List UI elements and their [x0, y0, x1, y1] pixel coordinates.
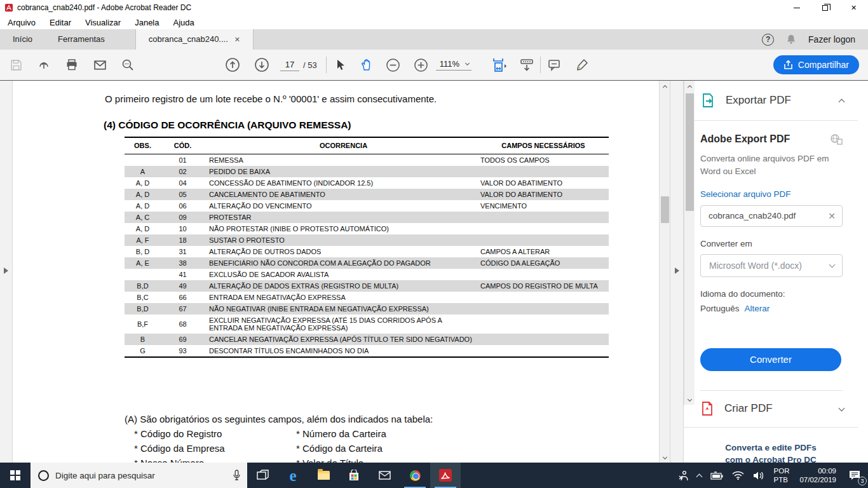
action-center-button[interactable]: 3	[841, 463, 868, 488]
footnote-item: * Número da Carteira	[296, 428, 386, 440]
mail-icon	[379, 470, 391, 480]
table-row: A, D06ALTERAÇÃO DO VENCIMENTOVENCIMENTO	[125, 200, 609, 212]
clock[interactable]: 00:09 07/02/2019	[794, 466, 841, 484]
zoom-in-button[interactable]	[412, 54, 431, 76]
table-row: A, F18SUSTAR O PROTESTO	[125, 234, 609, 246]
menu-ajuda[interactable]: Ajuda	[173, 18, 194, 27]
scroll-down-icon[interactable]	[684, 395, 695, 405]
search-button[interactable]	[118, 54, 137, 76]
volume-icon[interactable]	[749, 463, 769, 488]
document-scrollbar[interactable]	[659, 81, 670, 463]
scrolling-mode-icon	[519, 57, 534, 72]
edge-button[interactable]: e	[278, 463, 308, 488]
mail-button[interactable]	[369, 463, 400, 488]
page-number-input[interactable]	[280, 58, 299, 71]
format-dropdown-value: Microsoft Word (*.docx)	[709, 261, 830, 271]
edge-icon: e	[289, 468, 296, 484]
previous-page-button[interactable]	[223, 54, 242, 76]
select-pdf-link[interactable]: Selecionar arquivo PDF	[700, 189, 843, 199]
hand-tool-button[interactable]	[357, 54, 376, 76]
create-pdf-header[interactable]: Criar PDF	[684, 391, 858, 428]
share-button[interactable]: Compartilhar	[773, 55, 859, 74]
comment-button[interactable]	[545, 54, 564, 76]
zoom-out-button[interactable]	[384, 54, 403, 76]
tab-close-icon[interactable]: ✕	[234, 29, 240, 50]
menu-janela[interactable]: Janela	[135, 18, 159, 27]
chrome-icon	[410, 470, 421, 481]
sidebar-scroll-thumb[interactable]	[686, 93, 694, 211]
menu-editar[interactable]: Editar	[50, 18, 71, 27]
intro-paragraph: O primeiro registro de um lote recebe o …	[105, 93, 437, 104]
help-icon[interactable]: ?	[762, 34, 774, 46]
windows-logo-icon	[10, 470, 20, 480]
convert-button[interactable]: Converter	[700, 348, 841, 371]
notification-badge: 3	[858, 477, 867, 485]
language-change-link[interactable]: Alterar	[745, 304, 770, 313]
scroll-up-icon[interactable]	[660, 81, 670, 91]
footnote-right-column: * Número da Carteira * Código da Carteir…	[296, 428, 386, 463]
store-icon	[348, 470, 360, 482]
tab-inicio[interactable]: Início	[0, 29, 45, 50]
language-indicator[interactable]: POR PTB	[769, 466, 795, 484]
chevron-down-icon	[465, 61, 470, 65]
minimize-button[interactable]	[782, 0, 811, 15]
upload-cloud-button[interactable]	[34, 54, 53, 76]
file-explorer-button[interactable]	[308, 463, 339, 488]
nav-pane-strip	[0, 81, 13, 463]
scroll-up-icon[interactable]	[684, 81, 695, 91]
battery-icon[interactable]	[706, 463, 728, 488]
chevron-down-icon	[839, 405, 845, 411]
window-title: cobranca_cnab240.pdf - Adobe Acrobat Rea…	[17, 3, 191, 12]
print-icon	[65, 58, 78, 71]
cursor-icon	[334, 58, 346, 71]
bell-icon[interactable]	[785, 34, 797, 45]
fit-width-button[interactable]	[487, 54, 512, 76]
export-pdf-header[interactable]: Exportar PDF	[684, 81, 858, 121]
table-row: A02PEDIDO DE BAIXA	[125, 166, 609, 177]
microphone-icon[interactable]	[233, 470, 241, 481]
close-button[interactable]: ✕	[839, 0, 868, 15]
table-row: A, D10NÃO PROTESTAR (INIBE O PROTESTO AU…	[125, 223, 609, 234]
chrome-button[interactable]	[400, 463, 430, 488]
select-tool-button[interactable]	[330, 54, 349, 76]
acrobat-taskbar-button[interactable]	[430, 463, 461, 488]
tab-ferramentas[interactable]: Ferramentas	[45, 29, 118, 50]
restore-button[interactable]	[811, 0, 839, 15]
menu-visualizar[interactable]: Visualizar	[85, 18, 121, 27]
panel-toggle-icon[interactable]	[675, 268, 679, 274]
people-icon[interactable]	[673, 463, 693, 488]
footnote-item: * Código da Carteira	[296, 442, 386, 454]
print-button[interactable]	[62, 54, 81, 76]
clear-file-icon[interactable]: ✕	[828, 211, 836, 221]
language-bottom: PTB	[774, 475, 790, 484]
store-button[interactable]	[339, 463, 369, 488]
highlight-pen-button[interactable]	[573, 54, 592, 76]
nav-pane-toggle-icon[interactable]	[4, 268, 8, 274]
login-link[interactable]: Fazer logon	[808, 34, 855, 44]
footnote-block: (A) São obrigatórios os seguintes campos…	[125, 414, 433, 463]
zoom-out-icon	[386, 58, 400, 72]
task-view-button[interactable]	[247, 463, 278, 488]
online-service-icon	[830, 133, 843, 145]
document-scroll-thumb[interactable]	[661, 196, 669, 223]
date-value: 07/02/2019	[799, 475, 836, 484]
acrobat-app-icon	[4, 3, 13, 12]
zoom-level-dropdown[interactable]: 111%	[436, 59, 471, 71]
save-button[interactable]	[6, 54, 25, 76]
upload-cloud-icon	[37, 58, 50, 71]
taskbar-search[interactable]: Digite aqui para pesquisar	[31, 463, 247, 488]
footnote-item: * Valor do Título	[296, 457, 386, 463]
table-row: 01REMESSATODOS OS CAMPOS	[125, 154, 609, 166]
tab-document[interactable]: cobranca_cnab240.... ✕	[135, 29, 254, 50]
sidebar-scrollbar[interactable]	[684, 81, 695, 405]
scrolling-mode-button[interactable]	[517, 54, 536, 76]
selected-file-box[interactable]: cobranca_cnab240.pdf ✕	[700, 205, 843, 227]
email-button[interactable]	[90, 54, 109, 76]
next-page-button[interactable]	[252, 54, 271, 76]
format-dropdown[interactable]: Microsoft Word (*.docx)	[700, 254, 843, 277]
menu-arquivo[interactable]: Arquivo	[8, 18, 36, 27]
start-button[interactable]	[0, 463, 31, 488]
tray-expand-button[interactable]	[693, 463, 706, 488]
wifi-icon[interactable]	[728, 463, 749, 488]
scroll-down-icon[interactable]	[660, 452, 670, 463]
